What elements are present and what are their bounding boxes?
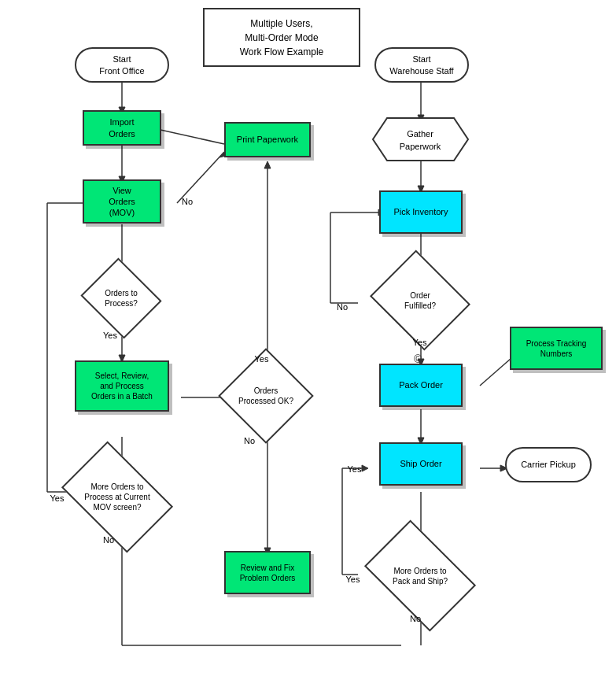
ship-order: Ship Order [379,442,463,486]
more-orders-no-label: No [101,534,116,546]
more-orders-pack-diamond: More Orders toPack and Ship? [374,543,468,610]
orders-processed-no-label: No [242,434,257,447]
ship-yes-label: Yes [345,463,364,475]
orders-to-process-diamond: Orders toProcess? [90,272,153,327]
pick-inventory: Pick Inventory [379,190,463,234]
pack-order: Pack Order [379,364,463,407]
svg-marker-11 [264,161,271,168]
svg-text:Gather: Gather [407,129,433,139]
order-fulfilled-diamond: OrderFulfilled? [382,268,460,334]
select-review-process: Select, Review,and ProcessOrders in a Ba… [75,360,169,412]
svg-line-12 [153,128,224,144]
title-box: Multiple Users, Multi-Order Mode Work Fl… [203,8,360,67]
view-orders-mov: ViewOrders(MOV) [83,179,161,224]
svg-marker-51 [373,118,468,161]
more-orders-process-diamond: More Orders toProcess at CurrentMOV scre… [71,464,165,531]
orders-process-yes-label: Yes [102,329,118,342]
print-paperwork: Print Paperwork [224,122,311,157]
review-fix-problem: Review and FixProblem Orders [224,551,311,594]
process-tracking-numbers: Process TrackingNumbers [510,327,603,370]
order-fulfilled-no-label: No [334,301,350,313]
order-fulfilled-yes-label: Yes [410,336,430,349]
carrier-pickup: Carrier Pickup [505,447,592,482]
copyright-icon: © [414,353,422,365]
more-pack-no-label: No [408,612,423,625]
more-pack-yes-label: Yes [343,573,363,586]
orders-processed-ok-diamond: OrdersProcessed OK? [232,362,301,431]
gather-paperwork: Gather Paperwork [371,116,470,162]
view-orders-no-label: No [179,195,195,208]
start-warehouse-staff: StartWarehouse Staff [374,47,469,83]
svg-line-49 [480,358,511,386]
more-orders-yes-label: Yes [47,492,67,504]
start-front-office: StartStart Front OfficeFront Office [75,47,169,83]
title-text: Multiple Users, Multi-Order Mode Work Fl… [240,17,323,59]
svg-text:Paperwork: Paperwork [400,142,441,151]
import-orders: ImportOrders [83,110,161,146]
